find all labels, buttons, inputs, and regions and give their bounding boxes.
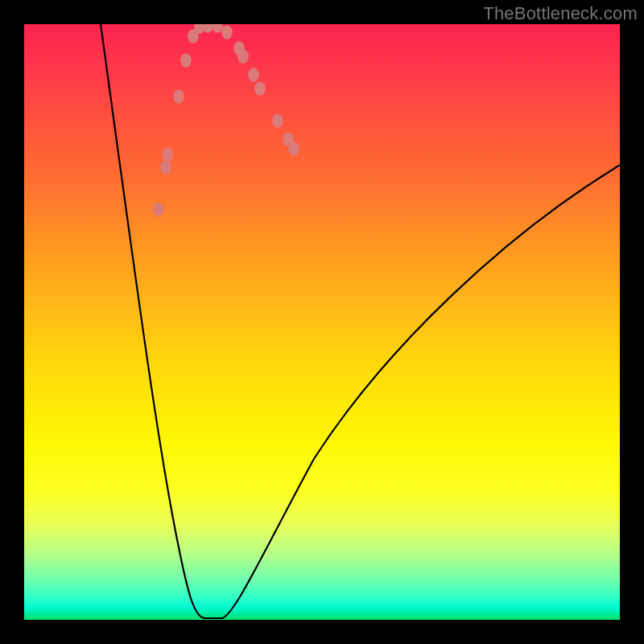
bottleneck-curve <box>101 24 620 618</box>
highlight-dot <box>202 24 213 33</box>
dot-group <box>153 24 299 217</box>
highlight-dot <box>180 53 192 68</box>
highlight-dot <box>153 202 164 217</box>
highlight-dot <box>221 25 233 39</box>
highlight-dot <box>254 81 266 96</box>
highlight-dot <box>173 89 184 104</box>
highlight-dot <box>272 114 283 128</box>
curve-svg <box>24 24 620 620</box>
highlight-dot <box>160 160 171 175</box>
highlight-dot <box>248 68 259 82</box>
highlight-dot <box>288 142 299 156</box>
chart-frame: TheBottleneck.com <box>0 0 644 644</box>
highlight-dot <box>212 24 223 33</box>
plot-area <box>24 24 620 620</box>
highlight-dot <box>237 49 249 64</box>
highlight-dot <box>162 147 173 162</box>
watermark-text: TheBottleneck.com <box>483 3 638 24</box>
